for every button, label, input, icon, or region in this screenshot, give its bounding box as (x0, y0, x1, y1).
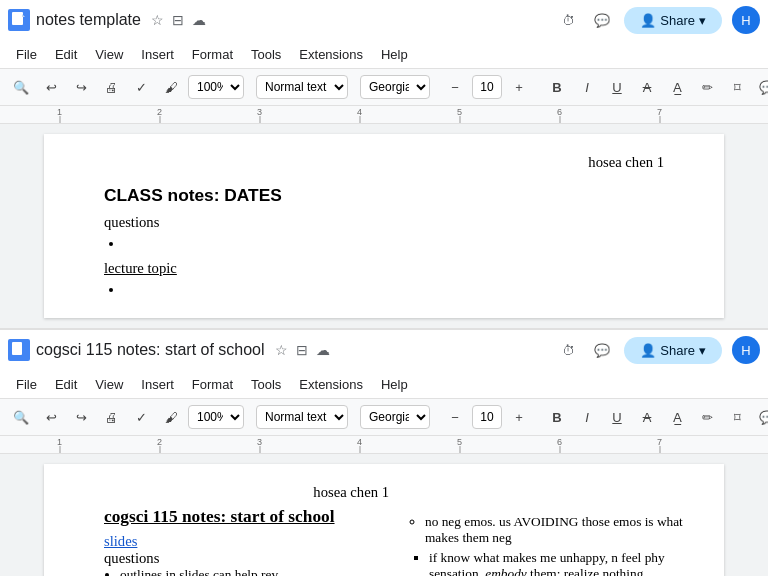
comment-toolbar-btn-1[interactable]: 💬 (754, 74, 768, 100)
color-btn-2[interactable]: ✏ (694, 404, 720, 430)
avatar-2[interactable]: H (732, 336, 760, 364)
menu-bar-2: File Edit View Insert Format Tools Exten… (0, 370, 768, 398)
doc-right-col: no neg emos. us AVOIDING those emos is w… (409, 484, 694, 576)
questions-label-2: questions (104, 550, 389, 567)
font-size-decrease-2[interactable]: − (442, 404, 468, 430)
svg-text:1: 1 (57, 437, 62, 447)
zoom-select-2[interactable]: 100% (188, 405, 244, 429)
menu-extensions-2[interactable]: Extensions (291, 373, 371, 396)
header-text-1: hosea chen 1 (104, 154, 664, 171)
lecture-topic-label: lecture topic (104, 260, 664, 277)
svg-text:4: 4 (357, 437, 362, 447)
svg-text:2: 2 (157, 107, 162, 117)
comment-toolbar-btn-2[interactable]: 💬 (754, 404, 768, 430)
svg-text:7: 7 (657, 437, 662, 447)
history-icon-2[interactable]: ⏱ (556, 338, 580, 362)
underline-btn-1[interactable]: U (604, 74, 630, 100)
avatar-1[interactable]: H (732, 6, 760, 34)
italic-btn-1[interactable]: I (574, 74, 600, 100)
menu-insert-1[interactable]: Insert (133, 43, 182, 66)
menu-format-2[interactable]: Format (184, 373, 241, 396)
color-btn-1[interactable]: ✏ (694, 74, 720, 100)
print-btn-1[interactable]: 🖨 (98, 74, 124, 100)
share-icon-1: 👤 (640, 13, 656, 28)
font-size-input-1[interactable] (472, 75, 502, 99)
menu-view-2[interactable]: View (87, 373, 131, 396)
menu-file-1[interactable]: File (8, 43, 45, 66)
italic-btn-2[interactable]: I (574, 404, 600, 430)
star-icon-2[interactable]: ☆ (275, 342, 288, 358)
paint-btn-1[interactable]: 🖌 (158, 74, 184, 100)
title-icons-1: ☆ ⊟ ☁ (151, 12, 206, 28)
chevron-down-icon-2: ▾ (699, 343, 706, 358)
title-bar-2: cogsci 115 notes: start of school ☆ ⊟ ☁ … (0, 330, 768, 370)
class-notes-title: CLASS notes: DATES (104, 185, 664, 206)
lecture-bullets-1 (104, 281, 664, 298)
font-size-input-2[interactable] (472, 405, 502, 429)
search-btn-1[interactable]: 🔍 (8, 74, 34, 100)
share-button-1[interactable]: 👤 Share ▾ (624, 7, 722, 34)
font-size-increase-2[interactable]: + (506, 404, 532, 430)
link-btn-1[interactable]: ⌑ (724, 74, 750, 100)
font-select-1[interactable]: Georgia (360, 75, 430, 99)
left-bullet-1: outlines in slides can help rev (120, 567, 389, 576)
cloud-icon-1[interactable]: ☁ (192, 12, 206, 28)
menu-help-1[interactable]: Help (373, 43, 416, 66)
spell-btn-1[interactable]: ✓ (128, 74, 154, 100)
doc-title-1: notes template (36, 11, 141, 29)
font-select-2[interactable]: Georgia (360, 405, 430, 429)
folder-icon-1[interactable]: ⊟ (172, 12, 184, 28)
search-btn-2[interactable]: 🔍 (8, 404, 34, 430)
bold-btn-2[interactable]: B (544, 404, 570, 430)
menu-insert-2[interactable]: Insert (133, 373, 182, 396)
doc-icon-1 (8, 9, 30, 31)
zoom-select-1[interactable]: 100% (188, 75, 244, 99)
doc-title-2: cogsci 115 notes: start of school (36, 341, 265, 359)
header-text-2: hosea chen 1 (104, 484, 389, 501)
questions-label-1: questions (104, 214, 664, 231)
history-icon-1[interactable]: ⏱ (556, 8, 580, 32)
redo-btn-1[interactable]: ↪ (68, 74, 94, 100)
slides-link[interactable]: slides (104, 533, 389, 550)
underline-btn-2[interactable]: U (604, 404, 630, 430)
menu-edit-1[interactable]: Edit (47, 43, 85, 66)
bullet-item-1 (124, 235, 664, 252)
strikethrough-btn-1[interactable]: A (634, 74, 660, 100)
bold-btn-1[interactable]: B (544, 74, 570, 100)
cloud-icon-2[interactable]: ☁ (316, 342, 330, 358)
style-select-2[interactable]: Normal text (256, 405, 348, 429)
top-right-2: ⏱ 💬 👤 Share ▾ H (556, 336, 760, 364)
style-select-1[interactable]: Normal text (256, 75, 348, 99)
star-icon-1[interactable]: ☆ (151, 12, 164, 28)
menu-help-2[interactable]: Help (373, 373, 416, 396)
menu-tools-1[interactable]: Tools (243, 43, 289, 66)
share-button-2[interactable]: 👤 Share ▾ (624, 337, 722, 364)
paint-btn-2[interactable]: 🖌 (158, 404, 184, 430)
svg-text:1: 1 (57, 107, 62, 117)
print-btn-2[interactable]: 🖨 (98, 404, 124, 430)
menu-extensions-1[interactable]: Extensions (291, 43, 371, 66)
folder-icon-2[interactable]: ⊟ (296, 342, 308, 358)
spell-btn-2[interactable]: ✓ (128, 404, 154, 430)
strikethrough-btn-2[interactable]: A (634, 404, 660, 430)
cogsci-notes-title: cogsci 115 notes: start of school (104, 507, 389, 527)
font-size-increase-1[interactable]: + (506, 74, 532, 100)
bullet-item-2 (124, 281, 664, 298)
menu-view-1[interactable]: View (87, 43, 131, 66)
highlight-btn-2[interactable]: A̲ (664, 404, 690, 430)
comment-icon-2[interactable]: 💬 (590, 338, 614, 362)
menu-file-2[interactable]: File (8, 373, 45, 396)
undo-btn-2[interactable]: ↩ (38, 404, 64, 430)
redo-btn-2[interactable]: ↪ (68, 404, 94, 430)
menu-format-1[interactable]: Format (184, 43, 241, 66)
font-size-decrease-1[interactable]: − (442, 74, 468, 100)
questions-bullets-1 (104, 235, 664, 252)
svg-text:4: 4 (357, 107, 362, 117)
comment-icon-1[interactable]: 💬 (590, 8, 614, 32)
menu-edit-2[interactable]: Edit (47, 373, 85, 396)
link-btn-2[interactable]: ⌑ (724, 404, 750, 430)
svg-rect-17 (12, 342, 22, 355)
highlight-btn-1[interactable]: A̲ (664, 74, 690, 100)
menu-tools-2[interactable]: Tools (243, 373, 289, 396)
undo-btn-1[interactable]: ↩ (38, 74, 64, 100)
